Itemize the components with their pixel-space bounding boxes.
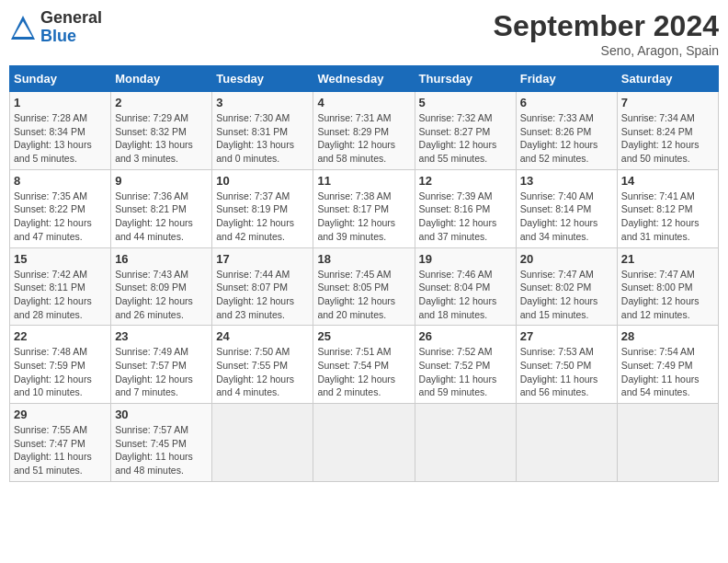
day-number: 29: [14, 408, 107, 421]
table-row: 27Sunrise: 7:53 AMSunset: 7:50 PMDayligh…: [516, 326, 617, 404]
day-number: 20: [520, 252, 613, 266]
day-info: Sunrise: 7:31 AMSunset: 8:29 PMDaylight:…: [317, 111, 410, 166]
table-row: 26Sunrise: 7:52 AMSunset: 7:52 PMDayligh…: [415, 326, 516, 404]
day-info: Sunrise: 7:32 AMSunset: 8:27 PMDaylight:…: [419, 111, 512, 166]
logo-icon: [9, 14, 37, 41]
day-number: 30: [115, 408, 208, 421]
day-info: Sunrise: 7:40 AMSunset: 8:14 PMDaylight:…: [520, 190, 613, 244]
day-number: 7: [621, 96, 714, 109]
logo: General Blue: [9, 9, 102, 46]
logo-text: General Blue: [40, 9, 102, 46]
day-info: Sunrise: 7:47 AMSunset: 8:00 PMDaylight:…: [621, 268, 714, 322]
table-row: 30Sunrise: 7:57 AMSunset: 7:45 PMDayligh…: [111, 404, 212, 482]
day-info: Sunrise: 7:35 AMSunset: 8:22 PMDaylight:…: [14, 190, 107, 244]
weekday-header-row: SundayMondayTuesdayWednesdayThursdayFrid…: [10, 66, 719, 92]
day-number: 28: [621, 329, 714, 343]
day-info: Sunrise: 7:33 AMSunset: 8:26 PMDaylight:…: [520, 111, 613, 166]
page-header: General Blue September 2024 Seno, Aragon…: [9, 9, 719, 58]
day-info: Sunrise: 7:42 AMSunset: 8:11 PMDaylight:…: [14, 268, 107, 322]
table-row: 9Sunrise: 7:36 AMSunset: 8:21 PMDaylight…: [111, 169, 212, 247]
calendar-row: 15Sunrise: 7:42 AMSunset: 8:11 PMDayligh…: [10, 247, 719, 326]
weekday-tuesday: Tuesday: [212, 66, 313, 92]
table-row: 12Sunrise: 7:39 AMSunset: 8:16 PMDayligh…: [415, 169, 516, 247]
day-number: 24: [216, 329, 309, 343]
weekday-saturday: Saturday: [617, 66, 718, 92]
day-info: Sunrise: 7:30 AMSunset: 8:31 PMDaylight:…: [216, 111, 309, 166]
table-row: 11Sunrise: 7:38 AMSunset: 8:17 PMDayligh…: [313, 169, 415, 247]
table-row: 23Sunrise: 7:49 AMSunset: 7:57 PMDayligh…: [111, 326, 212, 404]
day-number: 18: [317, 252, 410, 266]
table-row: [313, 404, 415, 482]
table-row: 8Sunrise: 7:35 AMSunset: 8:22 PMDaylight…: [10, 169, 111, 247]
table-row: 4Sunrise: 7:31 AMSunset: 8:29 PMDaylight…: [313, 92, 415, 170]
logo-general: General: [40, 9, 102, 28]
calendar-row: 1Sunrise: 7:28 AMSunset: 8:34 PMDaylight…: [10, 92, 719, 170]
day-number: 10: [216, 174, 309, 188]
day-number: 12: [419, 174, 512, 188]
calendar-row: 8Sunrise: 7:35 AMSunset: 8:22 PMDaylight…: [10, 169, 719, 247]
day-info: Sunrise: 7:44 AMSunset: 8:07 PMDaylight:…: [216, 268, 309, 322]
day-info: Sunrise: 7:51 AMSunset: 7:54 PMDaylight:…: [317, 345, 410, 399]
day-info: Sunrise: 7:54 AMSunset: 7:49 PMDaylight:…: [621, 345, 714, 399]
day-info: Sunrise: 7:55 AMSunset: 7:47 PMDaylight:…: [14, 423, 107, 477]
table-row: 24Sunrise: 7:50 AMSunset: 7:55 PMDayligh…: [212, 326, 313, 404]
weekday-wednesday: Wednesday: [313, 66, 415, 92]
day-number: 22: [14, 329, 107, 343]
day-number: 3: [216, 96, 309, 109]
table-row: 2Sunrise: 7:29 AMSunset: 8:32 PMDaylight…: [111, 92, 212, 170]
day-number: 23: [115, 329, 208, 343]
table-row: 1Sunrise: 7:28 AMSunset: 8:34 PMDaylight…: [10, 92, 111, 170]
day-info: Sunrise: 7:39 AMSunset: 8:16 PMDaylight:…: [419, 190, 512, 244]
day-info: Sunrise: 7:37 AMSunset: 8:19 PMDaylight:…: [216, 190, 309, 244]
day-number: 14: [621, 174, 714, 188]
day-number: 17: [216, 252, 309, 266]
day-number: 15: [14, 252, 107, 266]
weekday-thursday: Thursday: [415, 66, 516, 92]
day-info: Sunrise: 7:52 AMSunset: 7:52 PMDaylight:…: [419, 345, 512, 399]
table-row: 3Sunrise: 7:30 AMSunset: 8:31 PMDaylight…: [212, 92, 313, 170]
table-row: 14Sunrise: 7:41 AMSunset: 8:12 PMDayligh…: [617, 169, 718, 247]
table-row: 6Sunrise: 7:33 AMSunset: 8:26 PMDaylight…: [516, 92, 617, 170]
day-info: Sunrise: 7:29 AMSunset: 8:32 PMDaylight:…: [115, 111, 208, 166]
day-info: Sunrise: 7:45 AMSunset: 8:05 PMDaylight:…: [317, 268, 410, 322]
day-number: 16: [115, 252, 208, 266]
day-number: 9: [115, 174, 208, 188]
table-row: 16Sunrise: 7:43 AMSunset: 8:09 PMDayligh…: [111, 247, 212, 326]
day-info: Sunrise: 7:50 AMSunset: 7:55 PMDaylight:…: [216, 345, 309, 399]
day-number: 2: [115, 96, 208, 109]
table-row: [516, 404, 617, 482]
location: Seno, Aragon, Spain: [494, 43, 719, 58]
table-row: 28Sunrise: 7:54 AMSunset: 7:49 PMDayligh…: [617, 326, 718, 404]
day-info: Sunrise: 7:36 AMSunset: 8:21 PMDaylight:…: [115, 190, 208, 244]
day-number: 6: [520, 96, 613, 109]
day-number: 21: [621, 252, 714, 266]
day-info: Sunrise: 7:48 AMSunset: 7:59 PMDaylight:…: [14, 345, 107, 399]
day-info: Sunrise: 7:46 AMSunset: 8:04 PMDaylight:…: [419, 268, 512, 322]
table-row: 10Sunrise: 7:37 AMSunset: 8:19 PMDayligh…: [212, 169, 313, 247]
month-title: September 2024 Seno, Aragon, Spain: [494, 9, 719, 58]
day-number: 5: [419, 96, 512, 109]
day-number: 25: [317, 329, 410, 343]
calendar-table: SundayMondayTuesdayWednesdayThursdayFrid…: [9, 65, 719, 482]
table-row: 25Sunrise: 7:51 AMSunset: 7:54 PMDayligh…: [313, 326, 415, 404]
day-info: Sunrise: 7:41 AMSunset: 8:12 PMDaylight:…: [621, 190, 714, 244]
table-row: 5Sunrise: 7:32 AMSunset: 8:27 PMDaylight…: [415, 92, 516, 170]
day-info: Sunrise: 7:34 AMSunset: 8:24 PMDaylight:…: [621, 111, 714, 166]
day-info: Sunrise: 7:28 AMSunset: 8:34 PMDaylight:…: [14, 111, 107, 166]
day-number: 19: [419, 252, 512, 266]
day-number: 8: [14, 174, 107, 188]
day-number: 27: [520, 329, 613, 343]
table-row: [617, 404, 718, 482]
table-row: 29Sunrise: 7:55 AMSunset: 7:47 PMDayligh…: [10, 404, 111, 482]
table-row: 18Sunrise: 7:45 AMSunset: 8:05 PMDayligh…: [313, 247, 415, 326]
table-row: 7Sunrise: 7:34 AMSunset: 8:24 PMDaylight…: [617, 92, 718, 170]
weekday-monday: Monday: [111, 66, 212, 92]
day-info: Sunrise: 7:49 AMSunset: 7:57 PMDaylight:…: [115, 345, 208, 399]
day-number: 1: [14, 96, 107, 109]
day-number: 4: [317, 96, 410, 109]
table-row: 19Sunrise: 7:46 AMSunset: 8:04 PMDayligh…: [415, 247, 516, 326]
weekday-sunday: Sunday: [10, 66, 111, 92]
calendar-row: 22Sunrise: 7:48 AMSunset: 7:59 PMDayligh…: [10, 326, 719, 404]
day-info: Sunrise: 7:43 AMSunset: 8:09 PMDaylight:…: [115, 268, 208, 322]
table-row: 21Sunrise: 7:47 AMSunset: 8:00 PMDayligh…: [617, 247, 718, 326]
